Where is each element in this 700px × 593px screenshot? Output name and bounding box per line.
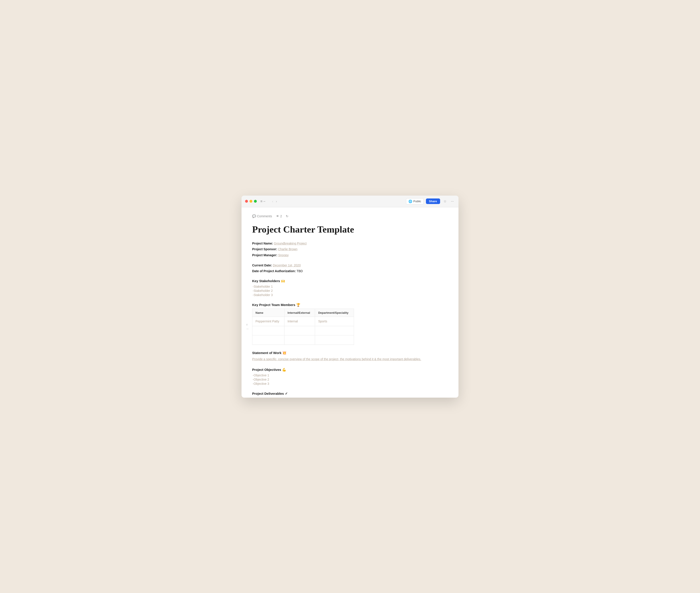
titlebar: ≡→ ‹ › 🌐 Public Share ☆ ···: [242, 196, 458, 207]
forward-button[interactable]: ›: [275, 199, 278, 204]
content-area: 💬 Comments 👁 2 ↻ Project Charter Templat…: [242, 207, 458, 398]
deliverables-heading: Project Deliverables ✓: [252, 392, 448, 396]
team-heading: Key Project Team Members 🏆: [252, 303, 448, 307]
statement-section: Statement of Work 💥 Provide a specific, …: [252, 351, 448, 362]
app-window: ≡→ ‹ › 🌐 Public Share ☆ ··· 💬 Comments: [242, 196, 458, 398]
dates-section: Current Date: December 1st, 2020 Date of…: [252, 263, 448, 274]
stakeholders-section: Key Stakeholders 🙌 -Stakeholder 1 -Stake…: [252, 279, 448, 297]
auth-date-line: Date of Project Authorization: TBD: [252, 269, 448, 274]
project-name-value[interactable]: Groundbreaking Project: [274, 242, 307, 245]
current-date-label: Current Date:: [252, 264, 272, 267]
cell-internal-3[interactable]: [284, 335, 315, 345]
current-date-line: Current Date: December 1st, 2020: [252, 263, 448, 268]
table-row: [252, 326, 354, 335]
titlebar-right: 🌐 Public Share ☆ ···: [406, 198, 455, 204]
project-manager-value[interactable]: Snoopy: [278, 253, 289, 257]
objective-1: -Objective 1: [252, 373, 448, 377]
comment-icon: 💬: [252, 214, 256, 218]
titlebar-left: ≡→ ‹ ›: [245, 199, 278, 204]
col-internal-external: Internal/External: [284, 309, 315, 317]
back-button[interactable]: ‹: [271, 199, 274, 204]
resize-icon: ↔: [246, 327, 249, 330]
doc-toolbar: 💬 Comments 👁 2 ↻: [252, 214, 448, 218]
cell-dept-2[interactable]: [315, 326, 354, 335]
team-table-wrapper: ≡ ↔ Name Internal/External Department/Sp…: [252, 309, 448, 345]
public-button[interactable]: 🌐 Public: [406, 198, 423, 204]
handle-icon: ≡: [246, 323, 249, 326]
eye-icon: 👁: [276, 214, 279, 218]
table-row: Peppermint Patty Internal Sports: [252, 317, 354, 326]
refresh-button[interactable]: ↻: [286, 214, 289, 218]
project-name-line: Project Name: Groundbreaking Project: [252, 241, 448, 246]
deliverables-section: Project Deliverables ✓ -Deliverable 1 -D…: [252, 392, 448, 397]
nav-arrows: ‹ ›: [271, 199, 278, 204]
current-date-value[interactable]: December 1st, 2020: [273, 264, 301, 267]
close-button[interactable]: [245, 200, 248, 203]
cell-dept-3[interactable]: [315, 335, 354, 345]
project-manager-label: Project Manager:: [252, 253, 278, 257]
minimize-button[interactable]: [250, 200, 252, 203]
more-options-icon[interactable]: ···: [450, 199, 455, 204]
table-header-row: Name Internal/External Department/Specia…: [252, 309, 354, 317]
stakeholder-3: -Stakeholder 3: [252, 293, 448, 297]
col-name: Name: [252, 309, 285, 317]
stakeholder-2: -Stakeholder 2: [252, 289, 448, 292]
cell-internal-1[interactable]: Internal: [284, 317, 315, 326]
statement-heading: Statement of Work 💥: [252, 351, 448, 355]
auth-date-label: Date of Project Authorization:: [252, 269, 296, 273]
cell-name-2[interactable]: [252, 326, 285, 335]
stakeholders-heading: Key Stakeholders 🙌: [252, 279, 448, 283]
public-label: Public: [413, 200, 421, 203]
statement-text[interactable]: Provide a specific, concise overview of …: [252, 357, 448, 362]
share-button[interactable]: Share: [426, 198, 440, 204]
objectives-heading: Project Objectives 💪: [252, 368, 448, 372]
cell-name-3[interactable]: [252, 335, 285, 345]
cell-name-1[interactable]: Peppermint Patty: [252, 317, 285, 326]
auth-date-value: TBD: [297, 269, 303, 273]
meta-section: Project Name: Groundbreaking Project Pro…: [252, 241, 448, 258]
table-drag-handle[interactable]: ≡ ↔: [246, 323, 249, 330]
project-manager-line: Project Manager: Snoopy: [252, 253, 448, 258]
globe-icon: 🌐: [408, 200, 412, 203]
project-sponsor-label: Project Sponsor:: [252, 247, 277, 251]
team-members-section: Key Project Team Members 🏆 ≡ ↔ Name Inte…: [252, 303, 448, 345]
maximize-button[interactable]: [254, 200, 257, 203]
cell-internal-2[interactable]: [284, 326, 315, 335]
project-sponsor-value[interactable]: Charlie Brown: [278, 247, 298, 251]
traffic-lights: [245, 200, 257, 203]
team-table: Name Internal/External Department/Specia…: [252, 309, 354, 345]
star-icon[interactable]: ☆: [442, 198, 448, 204]
comments-label: Comments: [257, 214, 272, 218]
objective-2: -Objective 2: [252, 378, 448, 381]
col-department: Department/Speciality: [315, 309, 354, 317]
project-sponsor-line: Project Sponsor: Charlie Brown: [252, 247, 448, 251]
views-number: 2: [280, 214, 282, 218]
objectives-section: Project Objectives 💪 -Objective 1 -Objec…: [252, 368, 448, 386]
refresh-icon: ↻: [286, 214, 289, 218]
table-row: [252, 335, 354, 345]
objective-3: -Objective 3: [252, 382, 448, 386]
comments-button[interactable]: 💬 Comments: [252, 214, 272, 218]
project-name-label: Project Name:: [252, 242, 273, 245]
sidebar-toggle-icon[interactable]: ≡→: [259, 199, 267, 204]
stakeholder-1: -Stakeholder 1: [252, 285, 448, 288]
cell-dept-1[interactable]: Sports: [315, 317, 354, 326]
document-title: Project Charter Template: [252, 224, 448, 235]
views-count: 👁 2: [276, 214, 282, 218]
